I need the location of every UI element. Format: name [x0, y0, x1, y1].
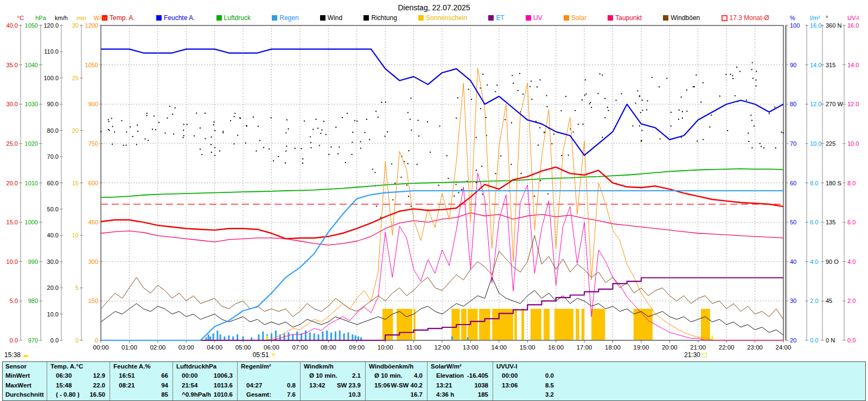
table-group-windb-en: Windböenkm/hØ 10 min.4.015:06W-SW 40.216… [365, 362, 427, 400]
svg-text:20: 20 [72, 127, 79, 134]
table-row: ( - 0.80 )16.50 [47, 390, 110, 399]
svg-text:5: 5 [75, 284, 79, 291]
sensor-name: UV [493, 362, 505, 371]
cell-time: 4:36 h [427, 390, 454, 399]
svg-text:980: 980 [28, 297, 38, 304]
cell-value: 12.9 [93, 371, 110, 380]
svg-text:1050: 1050 [25, 22, 38, 29]
cell-value: 1006.3 [214, 371, 237, 380]
table-row: 13:068.5 [493, 381, 558, 390]
cell-value: SW 23.9 [337, 381, 365, 390]
table-row: 10.3 [301, 390, 365, 399]
svg-text:135: 135 [826, 219, 835, 225]
current-time-marker: 15:38 ☁ [4, 351, 29, 359]
sunshine-bars [382, 309, 710, 340]
table-group-solar: SolarW/m²Elevation-16.40513:2110384:36 h… [427, 362, 493, 400]
cell-time: Elevation [427, 371, 464, 380]
svg-text:0.0: 0.0 [50, 337, 59, 344]
cell-value: W-SW 40.2 [391, 381, 427, 390]
svg-text:1050: 1050 [85, 62, 98, 68]
axis-kmh: 0.010.020.030.040.050.060.070.080.090.01… [43, 15, 67, 344]
svg-text:315: 315 [826, 62, 835, 68]
table-row: 16:5166 [110, 371, 173, 380]
table-row: Ø 10 min.2.1 [301, 371, 365, 380]
svg-text:180 S: 180 S [826, 180, 841, 186]
svg-text:12.0: 12.0 [810, 101, 821, 107]
sensor-unit: hPa [205, 362, 216, 371]
svg-text:12.0: 12.0 [847, 101, 859, 107]
svg-text:0.0: 0.0 [810, 337, 818, 344]
svg-text:14.0: 14.0 [810, 62, 821, 68]
sunset-icon [702, 353, 707, 358]
svg-text:14.0: 14.0 [847, 62, 859, 68]
svg-text:15:00: 15:00 [520, 344, 535, 351]
table-row: 4:36 h185 [427, 390, 493, 399]
table-group-uv: UVUV-I00:000.013:068.53.2 [493, 362, 867, 400]
table-row [238, 371, 300, 380]
svg-text:W/m²: W/m² [94, 15, 108, 21]
svg-text:30.0: 30.0 [7, 101, 18, 107]
svg-text:24:00: 24:00 [776, 344, 792, 351]
svg-text:6.0: 6.0 [810, 219, 818, 225]
svg-text:110.0: 110.0 [44, 48, 59, 55]
svg-text:225: 225 [826, 140, 835, 147]
svg-text:1200: 1200 [85, 22, 98, 29]
axis-wm2: 015030045060075090010501200W/m² [85, 15, 108, 344]
table-row: ^0.9hPa/h1010.6 [173, 390, 237, 399]
svg-text:15.0: 15.0 [7, 219, 18, 225]
sunrise-marker: 05:51 ☀ [253, 351, 277, 359]
cell-value: 10.3 [349, 390, 365, 399]
table-group-feuchte-a: Feuchte A.%16:516608:219485 [110, 362, 173, 400]
table-row: 04:270.8 [238, 381, 300, 390]
svg-text:90: 90 [790, 62, 796, 68]
svg-text:2.0: 2.0 [810, 297, 818, 304]
cell-time: 15:48 [47, 381, 72, 390]
rain-rate-bars [205, 331, 468, 340]
svg-text:150: 150 [88, 297, 98, 304]
svg-text:4.0: 4.0 [847, 258, 856, 265]
svg-text:22:00: 22:00 [719, 344, 735, 351]
table-row: Ø 10 min.4.0 [366, 371, 427, 380]
svg-text:50: 50 [790, 219, 796, 225]
table-row: 08:2194 [110, 381, 173, 390]
cell-time: 13:06 [493, 381, 518, 390]
svg-text:10.0: 10.0 [847, 140, 859, 147]
cell-value: 16.7 [411, 390, 427, 399]
axis-lm2: 0.02.04.06.08.010.012.014.016.0l/m² [805, 15, 821, 344]
cloud-icon: ☁ [22, 352, 29, 358]
cell-time: 08:21 [110, 381, 135, 390]
sun-icon: ☀ [271, 352, 277, 358]
svg-text:40: 40 [790, 258, 796, 265]
row-label-durchschnitt: Durchschnitt [3, 390, 44, 399]
svg-text:23:00: 23:00 [747, 344, 763, 351]
svg-text:18:00: 18:00 [605, 344, 621, 351]
svg-text:30: 30 [72, 22, 79, 29]
svg-text:02:00: 02:00 [150, 344, 165, 351]
svg-text:°C: °C [17, 15, 24, 21]
sensor-unit: UV-I [505, 362, 517, 371]
table-group-regen: Regenl/m²04:270.8Gesamt:7.6 [237, 362, 300, 400]
axis-pct: 2030405060708090100% [785, 15, 800, 344]
cell-value: 1038 [474, 381, 493, 390]
svg-text:40.0: 40.0 [7, 22, 18, 29]
svg-text:120.0: 120.0 [43, 22, 59, 29]
svg-text:1010: 1010 [25, 180, 38, 186]
svg-text:01:00: 01:00 [122, 344, 137, 351]
sensor-name: Regen [238, 362, 260, 371]
cell-value: 94 [161, 381, 173, 390]
svg-text:1030: 1030 [25, 101, 38, 107]
svg-text:900: 900 [88, 101, 98, 107]
svg-text:990: 990 [28, 258, 38, 265]
svg-text:5.0: 5.0 [10, 297, 18, 304]
svg-text:0: 0 [75, 337, 79, 344]
table-row: 06:3012.9 [47, 371, 110, 380]
svg-text:70.0: 70.0 [47, 153, 59, 160]
sensor-name: Luftdruck [173, 362, 205, 371]
x-axis-labels: 00:0001:0002:0003:0004:0005:0006:0007:00… [93, 340, 792, 351]
svg-text:0: 0 [95, 337, 98, 344]
table-row: 21:541013.6 [173, 381, 237, 390]
table-row: 13:211038 [427, 381, 493, 390]
table-group-luftdruck: LuftdruckhPa00:001006.321:541013.6^0.9hP… [173, 362, 237, 400]
table-row: Gesamt:7.6 [238, 390, 300, 399]
cell-value: 22.0 [93, 381, 110, 390]
